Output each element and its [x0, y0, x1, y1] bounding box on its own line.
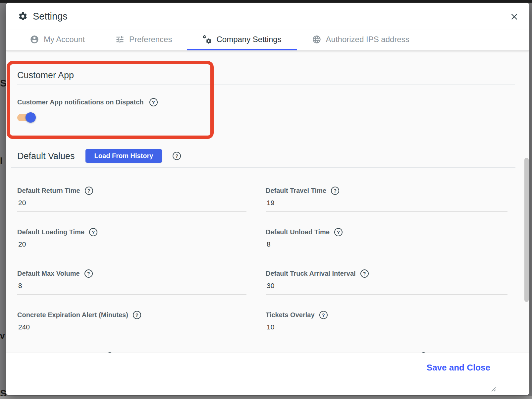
background-page-fragment: l — [0, 156, 6, 166]
section-divider — [11, 167, 515, 168]
page-edge-top — [0, 0, 532, 3]
customer-app-section: Customer App Customer App notifications … — [6, 51, 529, 121]
close-icon — [510, 12, 519, 21]
save-and-close-button[interactable]: Save and Close — [425, 362, 492, 373]
help-icon[interactable] — [149, 98, 158, 106]
fields-right-column: Default Travel Time 19 Default Unload Ti… — [266, 186, 507, 353]
field-default-travel-time: Default Travel Time 19 — [266, 186, 507, 212]
tab-label: Company Settings — [216, 35, 281, 44]
help-icon[interactable] — [334, 228, 343, 236]
dispatch-notifications-toggle[interactable] — [17, 114, 35, 121]
tab-label: Authorized IPS address — [326, 35, 409, 44]
field-value-input[interactable]: 19 — [266, 198, 507, 208]
resize-grip-icon — [489, 385, 496, 392]
customer-app-section-title: Customer App — [17, 69, 515, 81]
help-icon[interactable] — [173, 152, 181, 160]
account-circle-icon — [30, 35, 39, 44]
help-icon[interactable] — [84, 269, 93, 278]
field-label: Default Max Volume — [17, 270, 80, 277]
company-settings-panel: Customer App Customer App notifications … — [6, 51, 529, 353]
toggle-thumb — [26, 112, 36, 123]
field-label: Default Travel Time — [266, 187, 326, 195]
field-underline — [17, 211, 246, 212]
background-page-fragment: S — [0, 78, 6, 89]
field-value-input[interactable]: 10 — [266, 322, 507, 332]
load-from-history-button[interactable]: Load From History — [85, 149, 162, 163]
field-label: Default Truck Arrival Interval — [266, 270, 356, 277]
field-default-loading-time: Default Loading Time 20 — [17, 228, 246, 253]
field-value-input[interactable]: 8 — [17, 281, 246, 291]
fields-left-column: Default Return Time 20 Default Loading T… — [17, 186, 246, 353]
scrollbar-thumb[interactable] — [524, 158, 529, 302]
help-icon[interactable] — [360, 269, 369, 278]
field-underline — [266, 211, 507, 212]
tab-company-settings[interactable]: Company Settings — [187, 30, 296, 50]
dialog-footer: Save and Close — [6, 353, 529, 395]
resize-handle[interactable] — [489, 385, 496, 393]
help-icon[interactable] — [331, 187, 339, 195]
section-divider — [17, 85, 515, 85]
field-tickets-overlay: Tickets Overlay 10 — [266, 311, 507, 336]
field-underline — [17, 253, 246, 253]
default-values-section-title: Default Values — [17, 150, 75, 162]
tab-label: My Account — [44, 35, 85, 44]
default-values-section: Default Values Load From History Default… — [6, 149, 529, 353]
tune-icon — [115, 35, 125, 44]
tab-my-account[interactable]: My Account — [15, 30, 100, 50]
help-icon[interactable] — [85, 187, 93, 195]
field-label: Tickets Overlay — [266, 311, 315, 319]
page-edge-bottom — [0, 396, 532, 399]
field-value-input[interactable]: 30 — [266, 281, 507, 291]
company-settings-icon — [202, 35, 212, 44]
field-value-input[interactable]: 20 — [17, 198, 246, 208]
field-default-truck-arrival-interval: Default Truck Arrival Interval 30 — [266, 269, 507, 295]
field-label: Concrete Expiration Alert (Minutes) — [17, 311, 128, 319]
tab-authorized-ips[interactable]: Authorized IPS address — [297, 30, 425, 50]
field-label: Default Loading Time — [17, 228, 84, 236]
field-default-return-time: Default Return Time 20 — [17, 186, 246, 212]
help-icon[interactable] — [89, 228, 97, 236]
default-values-fields: Default Return Time 20 Default Loading T… — [17, 186, 515, 353]
field-value-input[interactable]: 8 — [266, 239, 507, 249]
settings-dialog: Settings My Account Preferences — [6, 3, 529, 395]
help-icon[interactable] — [133, 311, 141, 319]
field-underline — [17, 294, 246, 295]
field-label: Default Unload Time — [266, 228, 330, 236]
close-button[interactable] — [508, 11, 520, 23]
field-underline — [266, 294, 507, 295]
globe-icon — [312, 35, 321, 44]
tab-preferences[interactable]: Preferences — [100, 30, 187, 50]
dialog-title: Settings — [33, 11, 68, 22]
field-underline — [266, 253, 507, 253]
dispatch-notifications-label: Customer App notifications on Dispatch — [17, 98, 144, 106]
field-underline — [266, 336, 507, 336]
field-value-input[interactable]: 20 — [17, 239, 246, 249]
settings-tab-bar: My Account Preferences Company Settings — [6, 30, 529, 51]
field-underline — [17, 336, 246, 336]
field-default-unload-time: Default Unload Time 8 — [266, 228, 507, 253]
dialog-header: Settings — [6, 3, 529, 30]
tab-label: Preferences — [129, 35, 172, 44]
field-default-max-volume: Default Max Volume 8 — [17, 269, 246, 295]
field-label: Default Return Time — [17, 187, 80, 195]
field-concrete-expiration-alert: Concrete Expiration Alert (Minutes) 240 — [17, 311, 246, 336]
background-page-fragment: v — [0, 331, 6, 341]
field-value-input[interactable]: 240 — [17, 322, 246, 332]
settings-gear-icon — [18, 11, 28, 21]
help-icon[interactable] — [319, 311, 328, 319]
